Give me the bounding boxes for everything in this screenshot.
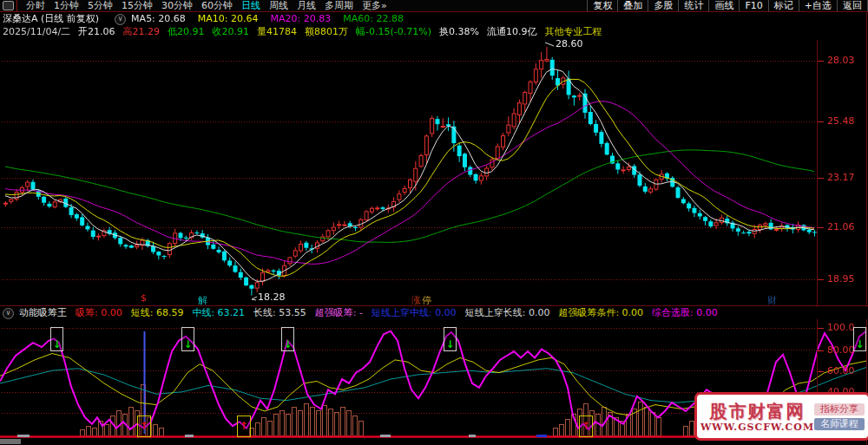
overlay-glyph: 停 <box>422 294 431 307</box>
buy-signal-marker: ↑ <box>137 416 151 437</box>
tab-60分钟[interactable]: 60分钟 <box>197 0 237 11</box>
price-and-indicator-canvas[interactable] <box>0 0 868 445</box>
quote-field: 2025/11/04/二 <box>3 26 70 38</box>
tab-更多»[interactable]: 更多» <box>358 0 391 11</box>
main-y-axis-label: 21.06 <box>827 221 855 232</box>
sell-signal-marker: ↓ <box>444 327 457 351</box>
quote-field: 低20.91 <box>168 26 205 38</box>
main-y-axis-label: 18.95 <box>827 273 855 285</box>
window-icon[interactable] <box>3 1 14 10</box>
up-arrow-icon: ↑ <box>240 421 248 432</box>
quote-field: 流通10.9亿 <box>487 26 537 38</box>
main-y-axis-label: 23.17 <box>827 172 855 183</box>
sell-signal-marker: ↓ <box>853 327 866 351</box>
tab-周线[interactable]: 周线 <box>265 0 293 11</box>
ma-values: MA5: 20.68MA10: 20.64MA20: 20.83MA60: 22… <box>131 13 416 25</box>
toolbar-divider <box>16 0 17 11</box>
toolbar-button-标记[interactable]: 标记 <box>768 0 799 11</box>
buy-signal-marker: ↑ <box>579 416 593 437</box>
tab-日线[interactable]: 日线 <box>237 0 265 11</box>
quote-field: 量41784 <box>257 26 297 38</box>
watermark-title: 股市财富网 <box>700 401 814 422</box>
down-arrow-icon: ↓ <box>183 339 192 350</box>
indicator-field: 短线: 68.59 <box>131 307 184 319</box>
indicator-field: 超强吸筹: - <box>315 307 363 319</box>
stock-title: 深桑达A (日线 前复权) <box>3 13 99 25</box>
quote-field: 其他专业工程 <box>545 26 602 38</box>
ma-label: MA60: 22.88 <box>343 13 404 25</box>
toolbar-button-多股[interactable]: 多股 <box>648 0 678 11</box>
horizontal-scrollbar-thumb[interactable] <box>0 439 21 444</box>
tab-30分钟[interactable]: 30分钟 <box>157 0 197 11</box>
down-arrow-icon: ↓ <box>283 339 292 350</box>
down-arrow-icon: ↓ <box>445 339 454 350</box>
watermark-text: 股市财富网 WWW.GSCFW.COM <box>700 401 814 433</box>
tab-多周期[interactable]: 多周期 <box>320 0 358 11</box>
overlay-glyph: $ <box>141 292 147 304</box>
main-y-axis-label: 25.48 <box>827 115 855 127</box>
toolbar-button-统计[interactable]: 统计 <box>678 0 708 11</box>
down-arrow-icon: ↓ <box>52 339 61 350</box>
quote-field: 幅-0.15(-0.71%) <box>356 26 431 38</box>
toolbar-button-返回[interactable]: 返回 <box>837 0 868 11</box>
title-row: 深桑达A (日线 前复权) ∨ MA5: 20.68MA10: 20.64MA2… <box>3 13 416 25</box>
overlay-glyph: 解 <box>198 294 207 307</box>
buy-signal-marker: ↑ <box>237 416 251 437</box>
period-tabs: 分时1分钟5分钟15分钟30分钟60分钟日线周线月线多周期更多» <box>22 0 391 11</box>
toolbar-button-画线[interactable]: 画线 <box>708 0 739 11</box>
tab-15分钟[interactable]: 15分钟 <box>117 0 157 11</box>
quote-field: 换0.38% <box>439 26 479 38</box>
indicator-field: 长线: 53.55 <box>253 307 306 319</box>
main-y-axis-label: 28.03 <box>827 55 855 66</box>
down-arrow-icon: ↓ <box>855 339 864 350</box>
indicator-field: 吸筹: 0.00 <box>76 307 122 319</box>
ma-label: MA5: 20.68 <box>131 13 186 25</box>
indicator-field: 短线上穿长线: 0.00 <box>465 307 550 319</box>
quote-field: 高21.29 <box>123 26 161 38</box>
indicator-field: 中线: 63.21 <box>192 307 245 319</box>
quote-info-row: 2025/11/04/二开21.06高21.29低20.91收20.91量417… <box>3 26 610 38</box>
indicator-field: 综合选股: 0.00 <box>652 307 718 319</box>
watermark-badge: 指标分享 <box>814 403 865 416</box>
tab-1分钟[interactable]: 1分钟 <box>49 0 83 11</box>
watermark-badges: 指标分享名师课程 <box>814 403 865 430</box>
price-annotation-low: 18.28 <box>258 291 286 303</box>
ma-label: MA20: 20.83 <box>271 13 332 25</box>
toolbar-right-buttons: 复权叠加多股统计画线F10标记+自选返回 <box>587 0 868 11</box>
sell-signal-marker: ↓ <box>281 327 294 351</box>
toolbar-button-叠加[interactable]: 叠加 <box>617 0 648 11</box>
sub-y-axis-label: 100.0 <box>827 322 855 333</box>
tab-5分钟[interactable]: 5分钟 <box>83 0 117 11</box>
price-annotation-high: 28.60 <box>556 38 583 49</box>
quote-field: 开21.06 <box>78 26 115 38</box>
indicator-field: 短线上穿中线: 0.00 <box>372 307 457 319</box>
tab-分时[interactable]: 分时 <box>22 0 49 11</box>
toolbar-button-复权[interactable]: 复权 <box>587 0 617 11</box>
indicator-header: ∨ 动能吸筹王吸筹: 0.00短线: 68.59中线: 63.21长线: 53.… <box>0 307 868 319</box>
site-watermark: 股市财富网 WWW.GSCFW.COM 指标分享名师课程 <box>694 392 868 441</box>
period-toolbar: 分时1分钟5分钟15分钟30分钟60分钟日线周线月线多周期更多» 复权叠加多股统… <box>0 0 868 11</box>
overlay-glyph: 涨 <box>411 294 421 307</box>
sell-signal-marker: ↓ <box>181 327 194 351</box>
trading-app-window: 分时1分钟5分钟15分钟30分钟60分钟日线周线月线多周期更多» 复权叠加多股统… <box>0 0 868 445</box>
indicator-values: 动能吸筹王吸筹: 0.00短线: 68.59中线: 63.21长线: 53.55… <box>19 307 727 319</box>
sub-y-axis-label: 80.00 <box>827 344 855 356</box>
watermark-url: WWW.GSCFW.COM <box>700 422 814 433</box>
tab-月线[interactable]: 月线 <box>293 0 320 11</box>
up-arrow-icon: ↑ <box>140 421 148 432</box>
indicator-field: 动能吸筹王 <box>19 307 67 319</box>
indicator-field: 超强吸筹条件: 0.00 <box>558 307 643 319</box>
stock-dropdown-chevron-icon[interactable]: ∨ <box>115 14 126 25</box>
toolbar-button-+自选[interactable]: +自选 <box>799 0 837 11</box>
ma-label: MA10: 20.64 <box>198 13 259 25</box>
up-arrow-icon: ↑ <box>582 421 590 432</box>
quote-field: 收20.91 <box>213 26 250 38</box>
toolbar-button-F10[interactable]: F10 <box>739 0 767 11</box>
overlay-glyph: 财 <box>767 294 777 307</box>
indicator-collapse-chevron-icon[interactable]: ∨ <box>3 308 14 319</box>
sub-y-axis-label: 60.00 <box>827 365 855 376</box>
sell-signal-marker: ↓ <box>50 327 63 351</box>
watermark-badge: 名师课程 <box>814 418 865 430</box>
quote-field: 额8801万 <box>305 26 348 38</box>
